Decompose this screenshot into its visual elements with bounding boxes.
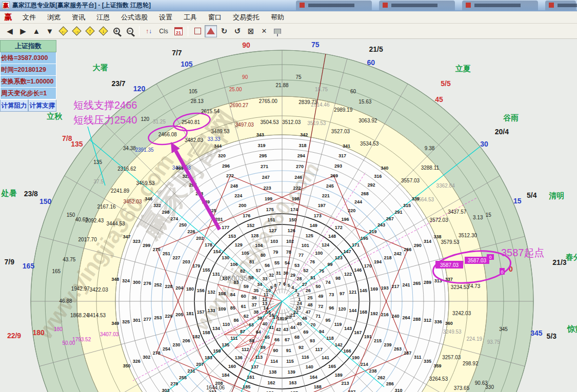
svg-text:175: 175 — [266, 207, 274, 212]
svg-text:86: 86 — [233, 318, 238, 323]
wheel-label: 7/7 — [172, 49, 182, 57]
svg-text:53: 53 — [294, 263, 300, 268]
wheel-label: 3497.03 — [235, 122, 254, 128]
svg-text:25: 25 — [308, 295, 313, 300]
wheel-label: 373.65 — [454, 385, 470, 391]
svg-text:208: 208 — [215, 381, 223, 386]
wheel-label: 25.00 — [229, 87, 242, 92]
wheel-label: 3489.53 — [211, 129, 230, 134]
svg-text:77: 77 — [299, 253, 304, 258]
svg-text:158: 158 — [203, 330, 210, 335]
svg-text:106: 106 — [230, 262, 238, 267]
svg-text:290: 290 — [414, 243, 422, 248]
svg-text:292: 292 — [368, 182, 375, 188]
svg-text:203: 203 — [183, 259, 190, 264]
svg-text:63: 63 — [249, 322, 254, 327]
svg-text:224: 224 — [234, 193, 242, 198]
svg-text:27: 27 — [302, 282, 307, 287]
svg-text:347: 347 — [123, 234, 130, 239]
svg-text:124: 124 — [322, 242, 329, 247]
svg-text:59: 59 — [244, 284, 249, 289]
svg-text:54: 54 — [285, 260, 290, 265]
svg-text:93: 93 — [310, 338, 315, 343]
svg-text:188: 188 — [314, 384, 322, 389]
wheel-label: 立夏 — [455, 64, 471, 73]
panel-field-2: 时间=20180129 — [0, 64, 56, 76]
svg-text:207: 207 — [196, 362, 204, 367]
svg-text:85: 85 — [230, 305, 235, 311]
svg-text:160: 160 — [228, 364, 236, 369]
highlighted-price-1: 3587.03 — [440, 262, 459, 268]
svg-text:58: 58 — [249, 275, 254, 280]
svg-text:82: 82 — [240, 269, 245, 274]
wheel-label: 135 — [93, 159, 102, 165]
svg-text:153: 153 — [228, 234, 236, 239]
wheel-label: 3452.03 — [123, 199, 142, 204]
svg-text:100: 100 — [315, 251, 323, 256]
svg-text:255: 255 — [179, 375, 187, 380]
wheel-label: 23/7 — [111, 79, 125, 88]
svg-text:173: 173 — [314, 213, 322, 218]
wheel-label: 9.38 — [425, 146, 435, 151]
svg-text:111: 111 — [230, 336, 237, 341]
wheel-label: 谷雨 — [503, 113, 519, 122]
wheel-label: 3242.03 — [452, 311, 471, 316]
svg-text:314: 314 — [424, 239, 431, 244]
wheel-label: 15 — [486, 212, 492, 218]
svg-text:169: 169 — [370, 286, 378, 292]
svg-text:319: 319 — [257, 143, 265, 148]
svg-text:67: 67 — [285, 337, 290, 342]
svg-text:164: 164 — [310, 375, 317, 380]
svg-text:265: 265 — [413, 281, 421, 286]
gann-wheel-canvas[interactable]: www.yingjia360.comwww.yingjia360.com赢家财富… — [0, 0, 577, 392]
svg-text:42: 42 — [276, 327, 281, 332]
wheel-label: 3534.53 — [360, 141, 379, 147]
svg-text:301: 301 — [133, 318, 141, 323]
svg-text:73: 73 — [329, 292, 334, 297]
svg-text:46: 46 — [302, 316, 307, 321]
svg-text:96: 96 — [329, 305, 334, 311]
wheel-label: 15 — [513, 197, 522, 205]
svg-text:137: 137 — [251, 364, 258, 369]
svg-text:78: 78 — [286, 250, 291, 255]
svg-text:250: 250 — [179, 222, 187, 228]
wheel-label: 150 — [39, 197, 52, 205]
wheel-label: 3579.53 — [441, 239, 460, 245]
svg-text:343: 343 — [256, 132, 264, 137]
wheel-label: 3257.03 — [442, 355, 461, 360]
svg-text:26: 26 — [306, 288, 311, 293]
svg-text:29: 29 — [290, 273, 295, 278]
svg-text:122: 122 — [344, 272, 352, 277]
svg-text:151: 151 — [268, 217, 275, 222]
wheel-label: 165 — [23, 262, 35, 270]
svg-text:47: 47 — [306, 310, 311, 315]
svg-text:174: 174 — [290, 207, 298, 212]
svg-text:140: 140 — [306, 364, 313, 369]
wheel-label: 3407.03 — [100, 332, 119, 337]
wheel-label: 春分 — [565, 253, 577, 261]
wheel-label: 3504.53 — [261, 119, 280, 125]
svg-text:338: 338 — [434, 234, 442, 239]
svg-text:269: 269 — [330, 173, 338, 178]
svg-text:336: 336 — [434, 319, 442, 324]
svg-text:275: 275 — [153, 247, 161, 252]
svg-text:360: 360 — [445, 321, 453, 326]
svg-text:349: 349 — [111, 321, 119, 326]
wheel-label: 2241.89 — [111, 188, 130, 194]
wheel-label: 3512.03 — [282, 119, 301, 125]
svg-text:197: 197 — [318, 203, 326, 208]
svg-text:128: 128 — [251, 233, 258, 238]
calc-button-1[interactable]: 计算阻力 — [0, 99, 28, 112]
wheel-label: 2615.54 — [201, 109, 220, 114]
svg-text:202: 202 — [196, 236, 204, 241]
svg-text:346: 346 — [145, 196, 152, 201]
svg-text:218: 218 — [384, 255, 392, 260]
svg-text:142: 142 — [335, 342, 343, 347]
origin-note: 3587起点 — [501, 247, 545, 258]
wheel-label: 3572.03 — [430, 217, 449, 223]
svg-text:162: 162 — [268, 380, 275, 385]
svg-text:251: 251 — [163, 251, 170, 256]
svg-text:76: 76 — [310, 259, 315, 264]
svg-text:270: 270 — [296, 164, 304, 169]
calc-button-2[interactable]: 计算支撑 — [28, 99, 56, 112]
